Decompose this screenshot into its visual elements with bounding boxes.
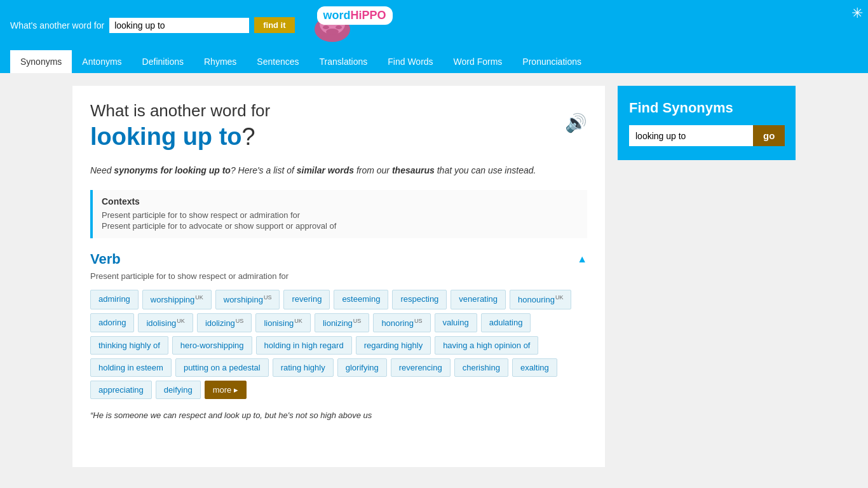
find-it-button[interactable]: find it <box>254 17 294 33</box>
word-chip[interactable]: esteeming <box>334 290 388 309</box>
word-chip[interactable]: worshippingUK <box>142 290 212 309</box>
desc-bold2: similar words <box>297 165 354 175</box>
tab-word-forms[interactable]: Word Forms <box>444 50 513 73</box>
verb-label: Verb <box>90 251 121 268</box>
word-chip[interactable]: venerating <box>451 290 506 309</box>
word-chip[interactable]: valuing <box>435 313 477 332</box>
content-area: What is another word for looking up to? … <box>72 86 605 467</box>
top-bar: What's another word for find it word H <box>0 0 868 50</box>
tab-antonyms[interactable]: Antonyms <box>72 50 132 73</box>
find-synonyms-title: Find Synonyms <box>629 100 784 116</box>
sidebar-search-row: go <box>629 125 784 146</box>
search-input[interactable] <box>109 18 249 33</box>
chip-superscript: US <box>264 294 272 301</box>
contexts-box: Contexts Present participle for to show … <box>90 190 587 238</box>
word-chip[interactable]: having a high opinion of <box>435 336 538 355</box>
desc-bold3: thesaurus <box>392 165 435 175</box>
chip-superscript: US <box>414 318 423 324</box>
word-chip[interactable]: exalting <box>512 358 557 377</box>
word-chip[interactable]: respecting <box>392 290 447 309</box>
collapse-icon[interactable]: ▲ <box>577 254 587 265</box>
word-chip[interactable]: reverencing <box>391 358 451 377</box>
chip-superscript: US <box>353 318 362 324</box>
quote-area: “He is someone we can respect and look u… <box>90 410 587 420</box>
word-chips: admiringworshippingUKworshipingUSreverin… <box>90 290 587 399</box>
main-layout: What is another word for looking up to? … <box>62 73 806 480</box>
word-chip[interactable]: glorifying <box>337 358 387 377</box>
chip-superscript: US <box>236 318 244 324</box>
logo-hippo: HiPPO <box>351 9 386 22</box>
word-chip[interactable]: revering <box>283 290 330 309</box>
search-word-punctuation: ? <box>242 123 255 150</box>
word-chip[interactable]: deifying <box>156 381 201 399</box>
word-chip[interactable]: lionisingUK <box>255 313 311 332</box>
description: Need synonyms for looking up to? Here's … <box>90 163 587 177</box>
tab-pronunciations[interactable]: Pronunciations <box>512 50 592 73</box>
search-word: looking up to <box>90 123 242 150</box>
verb-section: Verb ▲ Present participle for to show re… <box>90 251 587 399</box>
tab-synonyms[interactable]: Synonyms <box>10 50 72 73</box>
word-chip[interactable]: adulating <box>481 313 531 332</box>
logo-container: word HiPPO <box>300 5 355 45</box>
more-button[interactable]: more ▸ <box>205 381 247 399</box>
word-chip[interactable]: adoring <box>90 313 134 332</box>
corner-star[interactable]: ✳ <box>851 5 863 22</box>
sidebar-search-input[interactable] <box>629 125 753 146</box>
contexts-title: Contexts <box>102 196 578 207</box>
word-chip[interactable]: holding in esteem <box>90 358 172 377</box>
sidebar-go-button[interactable]: go <box>753 125 785 146</box>
word-chip[interactable]: hero-worshipping <box>172 336 252 355</box>
tab-definitions[interactable]: Definitions <box>132 50 194 73</box>
quote-text: “He is someone we can respect and look u… <box>90 410 587 420</box>
sound-icon[interactable]: 🔊 <box>565 112 587 133</box>
word-chip[interactable]: cherishing <box>454 358 508 377</box>
tab-find-words[interactable]: Find Words <box>377 50 443 73</box>
desc-bold1: synonyms for looking up to <box>114 165 231 175</box>
chip-superscript: UK <box>555 294 564 301</box>
word-chip[interactable]: idolisingUK <box>138 313 193 332</box>
logo-word: word <box>323 9 351 22</box>
tab-rhymes[interactable]: Rhymes <box>194 50 247 73</box>
chip-superscript: UK <box>177 318 185 324</box>
word-chip[interactable]: honouringUK <box>510 290 571 309</box>
word-chip[interactable]: honoringUS <box>373 313 430 332</box>
tab-translations[interactable]: Translations <box>309 50 378 73</box>
chip-superscript: UK <box>195 294 203 301</box>
context-item-1[interactable]: Present participle for to show respect o… <box>102 210 578 220</box>
chip-superscript: UK <box>294 318 302 324</box>
word-chip[interactable]: idolizingUS <box>197 313 252 332</box>
find-synonyms-box: Find Synonyms go <box>618 86 796 160</box>
search-label: What's another word for <box>10 20 104 30</box>
word-chip[interactable]: lionizingUS <box>315 313 370 332</box>
word-chip[interactable]: rating highly <box>273 358 334 377</box>
word-chip[interactable]: worshipingUS <box>215 290 280 309</box>
sidebar: Find Synonyms go <box>618 86 796 467</box>
word-chip[interactable]: thinking highly of <box>90 336 168 355</box>
page-heading: What is another word for <box>90 101 587 121</box>
context-item-2[interactable]: Present participle for to advocate or sh… <box>102 221 578 231</box>
svg-point-6 <box>323 25 329 29</box>
word-chip[interactable]: admiring <box>90 290 139 309</box>
svg-point-8 <box>326 29 339 35</box>
verb-context-desc: Present participle for to show respect o… <box>90 271 587 281</box>
word-chip[interactable]: appreciating <box>90 381 152 399</box>
word-chip[interactable]: putting on a pedestal <box>175 358 269 377</box>
verb-header: Verb ▲ <box>90 251 587 268</box>
svg-point-7 <box>336 25 342 29</box>
nav-tabs: Synonyms Antonyms Definitions Rhymes Sen… <box>0 50 868 73</box>
word-chip[interactable]: holding in high regard <box>256 336 352 355</box>
word-chip[interactable]: regarding highly <box>356 336 431 355</box>
tab-sentences[interactable]: Sentences <box>247 50 309 73</box>
